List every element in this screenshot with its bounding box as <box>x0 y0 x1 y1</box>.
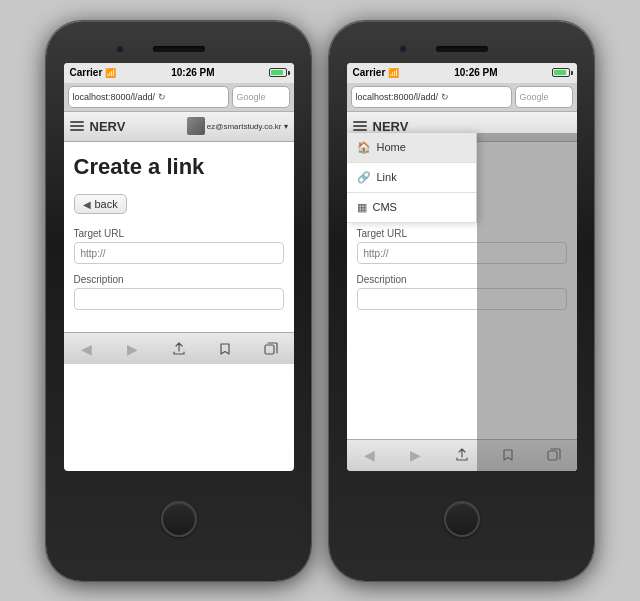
nav-title-2: NERV <box>373 119 409 134</box>
page-content-1: Create a link ◀ back Target URL Descript… <box>64 142 294 333</box>
bottom-toolbar-1: ◀ ▶ <box>64 332 294 364</box>
wifi-icon-1: 📶 <box>105 68 116 78</box>
camera-2 <box>399 45 407 53</box>
home-button-2[interactable] <box>444 501 480 537</box>
refresh-icon-2[interactable]: ↻ <box>441 92 449 102</box>
wifi-icon-2: 📶 <box>388 68 399 78</box>
forward-nav-btn-1[interactable]: ▶ <box>119 335 147 363</box>
carrier-label-1: Carrier <box>70 67 103 78</box>
form-group-url-1: Target URL <box>74 228 284 264</box>
cms-menu-icon: ▦ <box>357 201 367 214</box>
hamburger-menu-2[interactable] <box>353 121 367 131</box>
time-label-1: 10:26 PM <box>171 67 214 78</box>
status-left-2: Carrier 📶 <box>353 67 400 78</box>
user-avatar-1 <box>187 117 205 135</box>
phone-bottom-1 <box>161 471 197 567</box>
dropdown-menu-2[interactable]: 🏠 Home 🔗 Link ▦ CMS <box>347 133 477 223</box>
screen-1: Carrier 📶 10:26 PM localhost:8000/l/add/… <box>64 63 294 471</box>
address-bar-1[interactable]: localhost:8000/l/add/ ↻ Google <box>64 83 294 112</box>
menu-item-cms[interactable]: ▦ CMS <box>347 193 476 223</box>
time-label-2: 10:26 PM <box>454 67 497 78</box>
link-menu-label: Link <box>377 171 397 183</box>
menu-backdrop-2[interactable] <box>477 133 577 471</box>
phone-2: Carrier 📶 10:26 PM localhost:8000/l/add/… <box>329 21 594 581</box>
status-right-2 <box>552 68 570 77</box>
phone-1: Carrier 📶 10:26 PM localhost:8000/l/add/… <box>46 21 311 581</box>
phone-top-1 <box>56 35 301 63</box>
carrier-label-2: Carrier <box>353 67 386 78</box>
back-nav-btn-2[interactable]: ◀ <box>356 441 384 469</box>
url-field-2[interactable]: localhost:8000/l/add/ ↻ <box>351 86 512 108</box>
address-bar-2[interactable]: localhost:8000/l/add/ ↻ Google <box>347 83 577 112</box>
battery-2 <box>552 68 570 77</box>
hamburger-line-2-3 <box>353 129 367 131</box>
speaker-2 <box>436 46 488 52</box>
nav-user-1[interactable]: ez@smartstudy.co.kr ▾ <box>187 117 288 135</box>
camera-1 <box>116 45 124 53</box>
user-email-1: ez@smartstudy.co.kr <box>207 122 282 131</box>
search-placeholder-1: Google <box>237 92 266 102</box>
form-group-desc-1: Description <box>74 274 284 310</box>
tabs-btn-1[interactable] <box>257 335 285 363</box>
search-field-1[interactable]: Google <box>232 86 290 108</box>
page-heading-1: Create a link <box>74 154 284 180</box>
back-button-1[interactable]: ◀ back <box>74 194 127 214</box>
battery-1 <box>269 68 287 77</box>
back-arrow-icon-1: ◀ <box>83 199 91 210</box>
nav-title-1: NERV <box>90 119 126 134</box>
hamburger-line-2 <box>70 125 84 127</box>
url-field-1[interactable]: localhost:8000/l/add/ ↻ <box>68 86 229 108</box>
share-btn-2[interactable] <box>448 441 476 469</box>
home-button-1[interactable] <box>161 501 197 537</box>
forward-nav-btn-2[interactable]: ▶ <box>402 441 430 469</box>
menu-item-link[interactable]: 🔗 Link <box>347 163 476 193</box>
url-label-1: Target URL <box>74 228 284 239</box>
cms-menu-label: CMS <box>373 201 397 213</box>
status-right-1 <box>269 68 287 77</box>
hamburger-line-2-2 <box>353 125 367 127</box>
menu-item-home[interactable]: 🏠 Home <box>347 133 476 163</box>
hamburger-menu-1[interactable] <box>70 121 84 131</box>
user-dropdown-arrow-1: ▾ <box>284 122 288 131</box>
hamburger-line-1 <box>70 121 84 123</box>
bookmarks-btn-1[interactable] <box>211 335 239 363</box>
url-text-1: localhost:8000/l/add/ <box>73 92 156 102</box>
desc-input-1[interactable] <box>74 288 284 310</box>
battery-fill-1 <box>271 70 282 75</box>
status-bar-1: Carrier 📶 10:26 PM <box>64 63 294 83</box>
screen-2: Carrier 📶 10:26 PM localhost:8000/l/add/… <box>347 63 577 471</box>
speaker-1 <box>153 46 205 52</box>
hamburger-line-3 <box>70 129 84 131</box>
status-left-1: Carrier 📶 <box>70 67 117 78</box>
phone-top-2 <box>339 35 584 63</box>
home-menu-icon: 🏠 <box>357 141 371 154</box>
desc-label-1: Description <box>74 274 284 285</box>
phone-bottom-2 <box>444 471 480 567</box>
home-menu-label: Home <box>377 141 406 153</box>
svg-rect-0 <box>265 345 274 354</box>
refresh-icon-1[interactable]: ↻ <box>158 92 166 102</box>
back-label-1: back <box>95 198 118 210</box>
battery-fill-2 <box>554 70 565 75</box>
share-btn-1[interactable] <box>165 335 193 363</box>
link-menu-icon: 🔗 <box>357 171 371 184</box>
search-placeholder-2: Google <box>520 92 549 102</box>
hamburger-line-2-1 <box>353 121 367 123</box>
nav-bar-1: NERV ez@smartstudy.co.kr ▾ <box>64 112 294 142</box>
search-field-2[interactable]: Google <box>515 86 573 108</box>
status-bar-2: Carrier 📶 10:26 PM <box>347 63 577 83</box>
url-input-1[interactable] <box>74 242 284 264</box>
back-nav-btn-1[interactable]: ◀ <box>73 335 101 363</box>
url-text-2: localhost:8000/l/add/ <box>356 92 439 102</box>
phones-container: Carrier 📶 10:26 PM localhost:8000/l/add/… <box>46 21 594 581</box>
